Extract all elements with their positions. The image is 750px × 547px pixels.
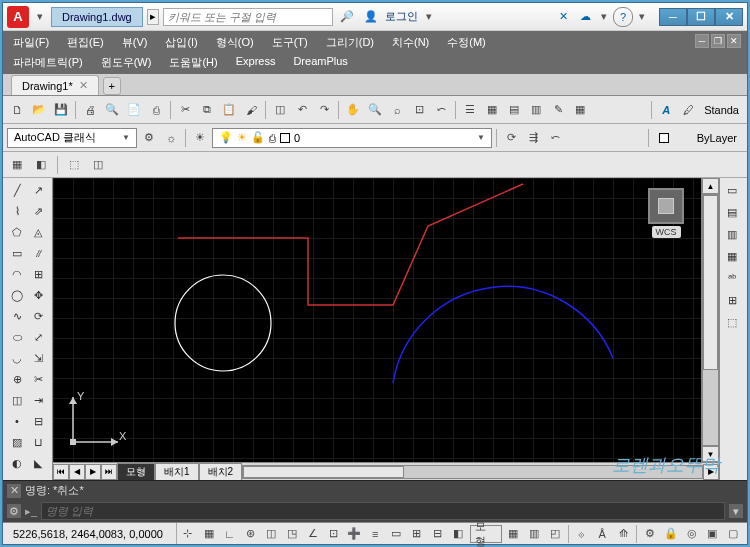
- mirror-icon[interactable]: ◬: [28, 222, 48, 242]
- osnap-icon[interactable]: ◫: [261, 525, 281, 543]
- scroll-end-icon[interactable]: ▶: [703, 464, 719, 480]
- plot-icon[interactable]: ⎙: [146, 100, 166, 120]
- 3dosnap-icon[interactable]: ◳: [282, 525, 302, 543]
- menu-item[interactable]: 형식(O): [214, 34, 256, 51]
- cmd-handle-icon[interactable]: ⚙: [7, 504, 21, 518]
- cloud-dropdown[interactable]: ▾: [597, 10, 611, 24]
- rt-icon-5[interactable]: ᵃᵇ: [722, 268, 742, 288]
- search-icon[interactable]: 🔎: [337, 7, 357, 27]
- ws-switch-icon[interactable]: ⚙: [640, 525, 660, 543]
- print-icon[interactable]: 🖨: [80, 100, 100, 120]
- menu-item[interactable]: 수정(M): [445, 34, 488, 51]
- drawing-canvas[interactable]: X Y WCS: [53, 178, 701, 462]
- cmd-recent-icon[interactable]: ▾: [729, 504, 743, 518]
- rotate-icon[interactable]: ⟳: [28, 306, 48, 326]
- close-tab-icon[interactable]: ✕: [79, 79, 88, 92]
- quick-access-dropdown[interactable]: ▾: [33, 10, 47, 24]
- arc-icon[interactable]: ◠: [7, 264, 27, 284]
- menu-item[interactable]: 뷰(V): [120, 34, 150, 51]
- ellipsearc-icon[interactable]: ◡: [7, 348, 27, 368]
- scroll-up-icon[interactable]: ▲: [702, 178, 719, 194]
- ortho-icon[interactable]: ∟: [220, 525, 240, 543]
- minimize-button[interactable]: ─: [659, 8, 687, 26]
- view-cube[interactable]: WCS: [641, 188, 691, 248]
- mdi-restore[interactable]: ❐: [711, 34, 725, 48]
- rt-icon-6[interactable]: ⊞: [722, 290, 742, 310]
- tool-palette-icon[interactable]: ▤: [504, 100, 524, 120]
- style-combo-label[interactable]: Standa: [700, 104, 743, 116]
- ducs-icon[interactable]: ⊡: [324, 525, 344, 543]
- menu-item[interactable]: 도구(T): [270, 34, 310, 51]
- workspace-gear-icon[interactable]: ☼: [161, 128, 181, 148]
- scroll-left-icon[interactable]: ◀: [69, 464, 85, 480]
- rt-icon-2[interactable]: ▤: [722, 202, 742, 222]
- cut-icon[interactable]: ✂: [175, 100, 195, 120]
- array-icon[interactable]: ⊞: [28, 264, 48, 284]
- ray-icon[interactable]: ↗: [28, 180, 48, 200]
- help-dropdown[interactable]: ▾: [635, 10, 649, 24]
- hw-icon[interactable]: ◎: [682, 525, 702, 543]
- extend-icon[interactable]: ⇥: [28, 390, 48, 410]
- properties-icon[interactable]: ☰: [460, 100, 480, 120]
- markup-icon[interactable]: ✎: [548, 100, 568, 120]
- lwt-icon[interactable]: ≡: [365, 525, 385, 543]
- max-icon[interactable]: ◰: [545, 525, 565, 543]
- new-icon[interactable]: 🗋: [7, 100, 27, 120]
- iso-icon[interactable]: ▣: [702, 525, 722, 543]
- xline-icon[interactable]: ⇗: [28, 201, 48, 221]
- undo-icon[interactable]: ↶: [292, 100, 312, 120]
- layout-tab[interactable]: 배치2: [199, 463, 243, 481]
- rt-icon-4[interactable]: ▦: [722, 246, 742, 266]
- rt-icon-7[interactable]: ⬚: [722, 312, 742, 332]
- search-input[interactable]: [163, 8, 333, 26]
- mdi-minimize[interactable]: ─: [695, 34, 709, 48]
- rect-icon[interactable]: ▭: [7, 243, 27, 263]
- layout-tab[interactable]: 배치1: [155, 463, 199, 481]
- scale-icon[interactable]: ⤢: [28, 327, 48, 347]
- qt-icon-1[interactable]: ▦: [7, 155, 27, 175]
- stretch-icon[interactable]: ⇲: [28, 348, 48, 368]
- menu-item[interactable]: DreamPlus: [291, 54, 349, 71]
- circle-icon[interactable]: ◯: [7, 285, 27, 305]
- break-icon[interactable]: ⊟: [28, 411, 48, 431]
- workspace-settings-icon[interactable]: ⚙: [139, 128, 159, 148]
- menu-item[interactable]: 치수(N): [390, 34, 431, 51]
- exchange-icon[interactable]: ✕: [553, 7, 573, 27]
- brush-icon[interactable]: 🖊: [678, 100, 698, 120]
- workspace-combo[interactable]: AutoCAD 클래식 ▼: [7, 128, 137, 148]
- point-icon[interactable]: •: [7, 411, 27, 431]
- layer-iso-icon[interactable]: ⇶: [523, 128, 543, 148]
- redo-icon[interactable]: ↷: [314, 100, 334, 120]
- trim-icon[interactable]: ✂: [28, 369, 48, 389]
- menu-item[interactable]: 편집(E): [65, 34, 106, 51]
- join-icon[interactable]: ⊔: [28, 432, 48, 452]
- block-icon[interactable]: ◫: [270, 100, 290, 120]
- qs-icon[interactable]: ▦: [503, 525, 523, 543]
- login-label[interactable]: 로그인: [385, 9, 418, 24]
- layer-prev-icon[interactable]: ⤺: [545, 128, 565, 148]
- menu-item[interactable]: 삽입(I): [163, 34, 199, 51]
- mdi-close[interactable]: ✕: [727, 34, 741, 48]
- maximize-button[interactable]: ☐: [687, 8, 715, 26]
- user-icon[interactable]: 👤: [361, 7, 381, 27]
- clean-icon[interactable]: ▢: [723, 525, 743, 543]
- cube-icon[interactable]: [648, 188, 684, 224]
- qt-icon-2[interactable]: ◧: [31, 155, 51, 175]
- search-caret-icon[interactable]: ▸: [147, 9, 159, 25]
- dyn-icon[interactable]: ➕: [345, 525, 365, 543]
- zoom-ext-icon[interactable]: ⊡: [409, 100, 429, 120]
- sheet-icon[interactable]: ▥: [526, 100, 546, 120]
- block-make-icon[interactable]: ◫: [7, 390, 27, 410]
- zoom-win-icon[interactable]: ⌕: [387, 100, 407, 120]
- spline-icon[interactable]: ∿: [7, 306, 27, 326]
- lock-ui-icon[interactable]: 🔒: [661, 525, 681, 543]
- offset-icon[interactable]: ⫽: [28, 243, 48, 263]
- layer-combo[interactable]: 💡 ☀ 🔓 ⎙ 0 ▼: [212, 128, 492, 148]
- gradient-icon[interactable]: ◐: [7, 453, 27, 473]
- scroll-down-icon[interactable]: ▼: [702, 446, 719, 462]
- ellipse-icon[interactable]: ⬭: [7, 327, 27, 347]
- rt-icon-3[interactable]: ▥: [722, 224, 742, 244]
- cmd-close-icon[interactable]: ✕: [7, 484, 21, 498]
- preview-icon[interactable]: 🔍: [102, 100, 122, 120]
- command-input[interactable]: [41, 502, 725, 520]
